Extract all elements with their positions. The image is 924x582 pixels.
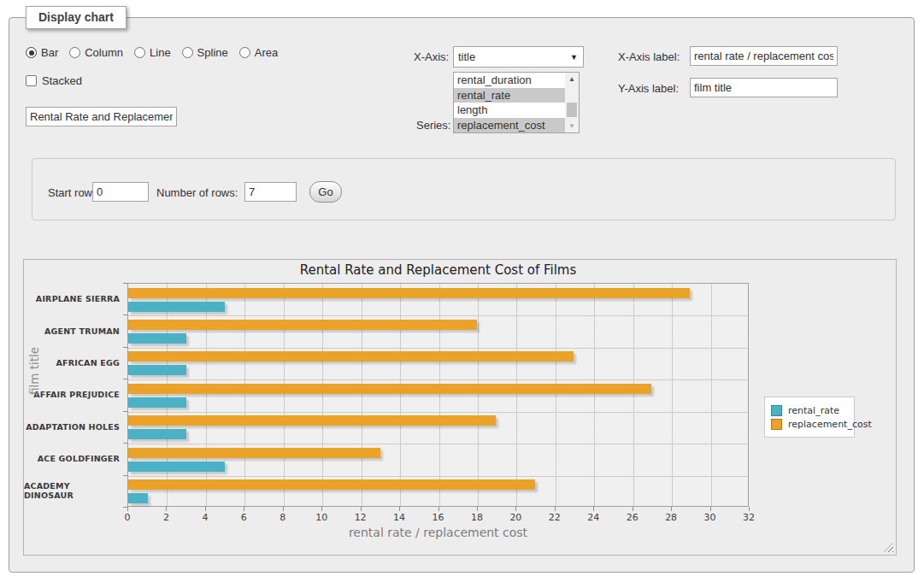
gridline	[594, 284, 595, 506]
scroll-down-icon[interactable]: ▼	[565, 120, 579, 132]
scroll-up-icon[interactable]: ▲	[565, 73, 579, 85]
gridline	[128, 315, 748, 316]
go-button[interactable]: Go	[309, 181, 342, 203]
series-option-replacement-cost[interactable]: replacement_cost	[454, 118, 566, 133]
stacked-checkbox[interactable]	[26, 75, 37, 86]
x-axis-label-input[interactable]	[690, 46, 838, 66]
chart-legend: rental_ratereplacement_cost	[764, 397, 855, 438]
scrollbar-thumb[interactable]	[567, 103, 577, 117]
start-row-input[interactable]	[92, 182, 149, 202]
x-tick-mark	[710, 507, 711, 511]
gridline	[633, 284, 634, 506]
x-tick-mark	[671, 507, 672, 511]
y-category-label: AGENT TRUMAN	[24, 315, 120, 346]
y-category-label: ACADEMY DINOSAUR	[24, 475, 120, 507]
y-category-label: ACE GOLDFINGER	[24, 443, 120, 474]
x-axis-selected-value: title	[458, 50, 570, 63]
x-tick-mark	[361, 507, 362, 511]
y-tick-mark	[123, 347, 127, 348]
stacked-row: Stacked	[26, 74, 82, 87]
x-axis-select[interactable]: title ▼	[453, 46, 584, 68]
num-rows-input[interactable]	[244, 182, 297, 202]
gridline	[478, 284, 479, 506]
chart-type-option-line[interactable]: Line	[134, 46, 171, 59]
x-tick-mark	[438, 507, 439, 511]
row-controls-panel: Start row: Number of rows: Go	[32, 158, 896, 220]
x-tick-label: 0	[125, 512, 131, 523]
chart-type-option-label: Line	[150, 46, 171, 59]
scrollbar[interactable]: ▲ ▼	[565, 73, 579, 132]
radio-icon	[134, 47, 145, 58]
x-tick-label: 8	[280, 512, 285, 523]
chart-type-option-label: Spline	[197, 46, 228, 59]
y-category-label: ADAPTATION HOLES	[24, 411, 120, 443]
x-tick-mark	[399, 507, 400, 511]
x-axis-title: rental rate / replacement cost	[127, 526, 749, 539]
bar-rental-rate	[128, 429, 186, 439]
chart-type-option-label: Column	[85, 46, 123, 59]
legend-label: rental_rate	[788, 405, 839, 416]
x-tick-mark	[321, 507, 322, 511]
radio-icon	[239, 47, 250, 58]
bar-rental-rate	[128, 365, 186, 375]
chart-type-option-bar[interactable]: Bar	[26, 46, 58, 59]
y-tick-mark	[123, 507, 127, 508]
legend-item: replacement_cost	[771, 418, 848, 430]
gridline	[672, 284, 673, 506]
gridline	[128, 412, 748, 413]
series-options: rental_durationrental_ratelengthreplacem…	[454, 73, 579, 132]
x-tick-mark	[555, 507, 556, 511]
gridline	[439, 284, 440, 506]
chart-type-option-label: Bar	[41, 46, 58, 59]
page: Display chart BarColumnLineSplineArea St…	[0, 0, 924, 582]
series-option-rental-duration[interactable]: rental_duration	[454, 73, 566, 88]
radio-icon	[182, 47, 193, 58]
x-tick-label: 30	[704, 512, 716, 523]
y-category-label: AIRPLANE SIERRA	[24, 283, 120, 315]
gridline	[322, 284, 323, 506]
gridline	[362, 284, 362, 506]
x-tick-label: 2	[163, 512, 169, 523]
y-tick-mark	[123, 443, 127, 444]
y-axis-label-caption: Y-Axis label:	[618, 82, 679, 95]
y-tick-mark	[123, 475, 127, 476]
chart-type-option-column[interactable]: Column	[69, 46, 123, 59]
chart-container: Rental Rate and Replacement Cost of Film…	[23, 259, 897, 556]
series-option-length[interactable]: length	[454, 103, 566, 118]
x-tick-mark	[244, 507, 244, 511]
bar-rental-rate	[128, 493, 148, 503]
bar-replacement-cost	[128, 448, 380, 458]
gridline	[167, 284, 168, 506]
x-tick-label: 4	[202, 512, 208, 523]
chart-type-option-area[interactable]: Area	[239, 46, 278, 59]
bar-replacement-cost	[128, 479, 535, 490]
x-tick-mark	[477, 507, 478, 511]
bar-replacement-cost	[128, 351, 574, 362]
chart-title-input[interactable]	[26, 107, 177, 126]
series-option-rental-rate[interactable]: rental_rate	[454, 88, 566, 103]
series-listbox[interactable]: rental_durationrental_ratelengthreplacem…	[453, 72, 580, 133]
x-tick-label: 32	[743, 512, 755, 523]
x-tick-label: 10	[315, 512, 327, 523]
series-label: Series:	[416, 119, 450, 132]
bar-rental-rate	[128, 302, 225, 312]
x-tick-mark	[749, 507, 750, 511]
y-tick-mark	[123, 411, 127, 412]
bar-rental-rate	[128, 333, 186, 344]
gridline	[244, 284, 245, 506]
resize-handle-icon[interactable]	[884, 543, 893, 552]
gridline	[516, 284, 517, 506]
bar-replacement-cost	[128, 384, 651, 394]
chart-type-option-spline[interactable]: Spline	[182, 46, 228, 59]
bar-replacement-cost	[128, 320, 477, 330]
x-tick-label: 26	[627, 512, 639, 523]
panel-title: Display chart	[26, 6, 127, 29]
y-tick-mark	[123, 283, 127, 284]
gridline	[128, 476, 748, 477]
bar-replacement-cost	[128, 415, 496, 426]
gridline	[128, 444, 748, 444]
x-tick-mark	[283, 507, 284, 511]
y-axis-label-input[interactable]	[690, 78, 838, 97]
chart-type-group: BarColumnLineSplineArea	[26, 46, 278, 59]
x-axis-label: X-Axis:	[414, 50, 449, 63]
